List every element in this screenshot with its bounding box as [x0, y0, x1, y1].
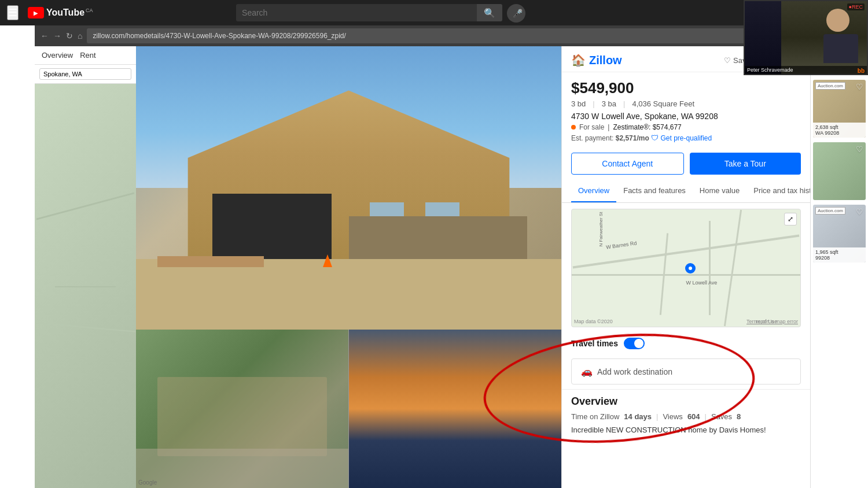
auction-badge-2: Auction.com — [815, 207, 845, 215]
saved-listing-2[interactable]: ♡ — [813, 142, 866, 200]
travel-times-toggle[interactable] — [624, 338, 645, 349]
youtube-logo-text: YouTube — [46, 8, 84, 18]
take-tour-button[interactable]: Take a Tour — [690, 153, 801, 175]
left-sidebar: Overview Rent — [35, 46, 136, 488]
listing-tabs: Overview Facts and features Home value P… — [562, 180, 810, 203]
main-content: Overview Rent — [35, 46, 868, 488]
map-expand-button[interactable]: ⤢ — [784, 213, 797, 225]
aerial-photo[interactable]: Google — [136, 330, 348, 488]
webcam-person-name: Peter Schravemade bb — [745, 66, 867, 74]
time-on-zillow-label: Time on Zillow — [571, 412, 619, 421]
status-text: For sale — [579, 123, 604, 131]
map-location-pin — [685, 263, 696, 273]
saves-label: Saves — [711, 412, 732, 421]
youtube-logo[interactable]: YouTube CA — [28, 7, 93, 19]
zillow-logo-icon: 🏠 — [571, 53, 586, 67]
main-photo — [136, 46, 561, 330]
auction-badge: Auction.com — [815, 82, 845, 90]
overview-title: Overview — [571, 395, 801, 408]
views-label: Views — [663, 412, 682, 421]
est-payment: Est. payment: $2,571/mo 🛡 Get pre-qualif… — [571, 134, 801, 142]
heart-icon-2[interactable]: ♡ — [856, 145, 863, 154]
sqft-1: 2,638 sqft — [815, 124, 863, 130]
location-search — [35, 65, 136, 84]
hamburger-menu[interactable]: ☰ — [7, 5, 19, 20]
overview-section: Overview Time on Zillow 14 days | Views … — [562, 389, 810, 440]
price-details: 3 bd | 3 ba | 4,036 Square Feet — [571, 99, 801, 108]
rent-link[interactable]: Rent — [80, 51, 95, 60]
heart-icon-1[interactable]: ♡ — [856, 82, 863, 91]
cta-buttons: Contact Agent Take a Tour — [562, 147, 810, 180]
ground — [136, 259, 561, 330]
heart-icon: ♡ — [724, 56, 731, 65]
zestimate-value: $574,677 — [653, 123, 682, 131]
search-input[interactable] — [236, 4, 477, 21]
browser-bar: ← → ↻ ⌂ — [35, 25, 868, 46]
baths: 3 ba — [602, 99, 616, 108]
heart-icon-3[interactable]: ♡ — [856, 207, 863, 216]
google-photo-label: Google — [138, 479, 157, 486]
mic-button[interactable]: 🎤 — [507, 4, 525, 23]
zillow-listing-panel: 🏠 Zillow ♡ Save ↗ Share ••• $549,900 3 b… — [561, 46, 810, 488]
add-work-destination-button[interactable]: 🚗 Add work destination — [571, 358, 801, 385]
tab-facts[interactable]: Facts and features — [616, 180, 693, 202]
loc-1: WA 99208 — [815, 130, 863, 136]
saved-listing-1[interactable]: Auction.com ♡ 2,638 sqft WA 99208 — [813, 80, 866, 138]
youtube-country: CA — [86, 8, 93, 13]
car-icon: 🚗 — [581, 366, 593, 377]
property-description: Incredible NEW CONSTRUCTION home by Davi… — [571, 426, 801, 434]
webcam-video: ●REC — [745, 1, 867, 74]
est-payment-value: $2,571/mo — [616, 134, 649, 142]
zestimate: Zestimate®: $574,677 — [613, 123, 681, 131]
add-work-label: Add work destination — [597, 367, 672, 376]
zillow-logo-text: Zillow — [589, 54, 622, 67]
tab-overview[interactable]: Overview — [571, 180, 616, 202]
sqft: 4,036 Square Feet — [632, 99, 694, 108]
webcam-overlay: ●REC Peter Schravemade bb — [744, 0, 868, 75]
photo-row: Google — [136, 330, 561, 488]
contact-agent-button[interactable]: Contact Agent — [571, 153, 684, 175]
saved-listing-3[interactable]: Auction.com ♡ 1,965 sqft 99208 — [813, 205, 866, 263]
sidebar-map[interactable] — [35, 84, 136, 488]
saves-value: 8 — [737, 412, 741, 421]
traffic-cone — [323, 254, 332, 267]
location-input[interactable] — [39, 68, 131, 80]
overview-stats: Time on Zillow 14 days | Views 604 | Sav… — [571, 412, 801, 421]
map-credit: Map data ©2020 — [574, 319, 613, 324]
beds: 3 bd — [571, 99, 586, 108]
price-section: $549,900 3 bd | 3 ba | 4,036 Square Feet… — [562, 72, 810, 147]
saved-listing-3-info: 1,965 sqft 99208 — [813, 247, 866, 263]
reload-button[interactable]: ↻ — [66, 31, 73, 40]
travel-times-header: Travel times — [571, 338, 801, 349]
listing-map[interactable]: W Barnes Rd W Lowell Ave N Fairweather S… — [571, 209, 801, 327]
prequalify-link[interactable]: Get pre-qualified — [660, 134, 712, 142]
travel-times-label: Travel times — [571, 339, 618, 348]
back-button[interactable]: ← — [41, 31, 49, 40]
zestimate-label: Zestimate®: — [613, 123, 650, 131]
listing-status: For sale | Zestimate®: $574,677 — [571, 123, 801, 131]
tab-price-history[interactable]: Price and tax hist — [746, 180, 810, 202]
nav-links: Overview Rent — [35, 46, 136, 65]
listing-price: $549,900 — [571, 79, 801, 97]
photo-area: Google — [136, 46, 561, 488]
zillow-logo: 🏠 Zillow — [571, 53, 622, 67]
search-button[interactable]: 🔍 — [477, 4, 502, 21]
sunset-photo[interactable] — [348, 330, 561, 488]
bb-badge: bb — [858, 68, 865, 74]
listing-address: 4730 W Lowell Ave, Spokane, WA 99208 — [571, 112, 801, 121]
buy-link[interactable]: Overview — [42, 51, 73, 60]
home-button[interactable]: ⌂ — [78, 31, 82, 40]
forward-button[interactable]: → — [53, 31, 61, 40]
construction-photo[interactable] — [136, 46, 561, 330]
map-report-link[interactable]: report a map error — [756, 319, 798, 324]
est-payment-label: Est. payment: — [571, 134, 613, 142]
tab-home-value[interactable]: Home value — [693, 180, 746, 202]
status-dot — [571, 125, 576, 130]
toggle-knob — [634, 339, 643, 348]
travel-times-section: Travel times — [562, 333, 810, 354]
youtube-header: ☰ YouTube CA 🔍 🎤 📺 ⊞ 🔔 A — [0, 0, 868, 25]
search-bar: 🔍 🎤 — [236, 4, 525, 21]
youtube-logo-icon — [28, 7, 44, 19]
loc-3: 99208 — [815, 255, 863, 261]
saved-listing-1-info: 2,638 sqft WA 99208 — [813, 123, 866, 138]
